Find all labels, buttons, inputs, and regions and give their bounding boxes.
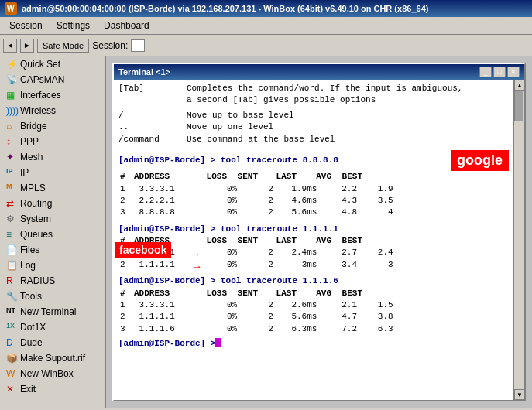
dot1x-icon: 1X — [6, 322, 17, 333]
trace2-prompt: [admin@ISP-Borde] > tool traceroute 1.1.… — [118, 224, 509, 235]
wireless-icon: )))) — [6, 105, 17, 116]
sidebar-item-ip[interactable]: IP IP — [0, 165, 105, 180]
trace3-row1: 1 3.3.3.1 0% 2 2.6ms 2.1 1.5 — [118, 299, 509, 311]
trace3-row3: 3 1.1.1.6 0% 2 6.3ms 7.2 6.3 — [118, 323, 509, 335]
trace1-header: # ADDRESS LOSS SENT LAST AVG BEST — [118, 171, 509, 183]
menu-bar: Session Settings Dashboard — [0, 17, 532, 35]
app-icon: W — [5, 2, 17, 15]
svg-text:W: W — [7, 5, 15, 13]
terminal-close-button[interactable]: ✕ — [507, 67, 520, 77]
sidebar-item-wireless[interactable]: )))) Wireless — [0, 103, 105, 118]
help-tab-line: [Tab] Completes the command/word. If the… — [118, 83, 509, 94]
queues-icon: ≡ — [6, 229, 17, 240]
ppp-icon: ↕ — [6, 136, 17, 147]
trace2-row1: 1 3.3.3.1 0% 2 2.4ms 2.7 2.4 → — [118, 247, 509, 258]
trace1-row2: 2 2.2.2.1 0% 2 4.6ms 4.3 3.5 — [118, 195, 509, 207]
trace1-prompt: [admin@ISP-Borde] > tool traceroute 8.8.… — [118, 150, 509, 171]
sidebar-item-make-supout[interactable]: 📦 Make Supout.rif — [0, 350, 105, 366]
menu-settings[interactable]: Settings — [50, 19, 96, 32]
scroll-track[interactable] — [514, 91, 524, 389]
terminal-window: Terminal <1> _ □ ✕ [Tab] Completes the c… — [112, 63, 526, 401]
sidebar-item-dot1x[interactable]: 1X Dot1X — [0, 319, 105, 335]
sidebar-item-mesh[interactable]: ✦ Mesh — [0, 149, 105, 165]
forward-button[interactable]: ► — [20, 39, 34, 53]
trace3-prompt: [admin@ISP-Borde] > tool traceroute 1.1.… — [118, 275, 509, 287]
new-terminal-icon: NT — [6, 306, 17, 317]
system-icon: ⚙ — [6, 214, 17, 224]
scroll-down-button[interactable]: ▼ — [514, 389, 524, 400]
tools-icon: 🔧 — [6, 291, 17, 302]
final-prompt-line: [admin@ISP-Borde] > — [118, 338, 509, 350]
sidebar-item-exit[interactable]: ✕ Exit — [0, 381, 105, 397]
bridge-icon: ⌂ — [6, 121, 17, 132]
terminal-scrollbar[interactable]: ▲ ▼ — [513, 80, 524, 400]
quickset-icon: ⚡ — [6, 59, 17, 70]
sidebar-item-new-terminal[interactable]: NT New Terminal — [0, 304, 105, 319]
help-dotdot-line: .. Move up one level — [118, 121, 509, 133]
trace1-row3: 3 8.8.8.8 0% 2 5.6ms 4.8 4 — [118, 207, 509, 218]
sidebar-item-log[interactable]: 📋 Log — [0, 258, 105, 273]
session-label: Session: — [92, 40, 128, 51]
scroll-thumb[interactable] — [514, 91, 523, 121]
terminal-controls: _ □ ✕ — [479, 67, 520, 77]
terminal-minimize-button[interactable]: _ — [479, 67, 492, 77]
files-icon: 📄 — [6, 244, 17, 255]
safe-mode-button[interactable]: Safe Mode — [37, 39, 89, 53]
facebook-label: facebook — [115, 242, 171, 259]
sidebar-item-dude[interactable]: D Dude — [0, 335, 105, 350]
sidebar-item-capsman[interactable]: 📡 CAPsMAN — [0, 72, 105, 87]
log-icon: 📋 — [6, 260, 17, 271]
cursor — [215, 338, 221, 347]
new-winbox-icon: W — [6, 368, 17, 379]
sidebar-item-new-winbox[interactable]: W New WinBox — [0, 366, 105, 381]
sidebar-item-interfaces[interactable]: ▦ Interfaces — [0, 87, 105, 103]
trace2-row2-with-label: 2 1.1.1.1 0% 2 3ms 3.4 3 → facebook — [118, 259, 509, 271]
routing-icon: ⇄ — [6, 198, 17, 209]
title-bar: W admin@50:00:00:04:00:00 (ISP-Borde) vi… — [0, 0, 532, 17]
session-input[interactable] — [131, 39, 145, 52]
terminal-maximize-button[interactable]: □ — [493, 67, 506, 77]
content-area: Terminal <1> _ □ ✕ [Tab] Completes the c… — [106, 56, 532, 408]
title-bar-text: admin@50:00:00:04:00:00 (ISP-Borde) via … — [22, 4, 527, 13]
sidebar-item-routing[interactable]: ⇄ Routing — [0, 196, 105, 211]
sidebar-item-system[interactable]: ⚙ System — [0, 211, 105, 227]
back-button[interactable]: ◄ — [3, 39, 17, 53]
sidebar-item-files[interactable]: 📄 Files — [0, 242, 105, 258]
scroll-up-button[interactable]: ▲ — [514, 80, 524, 91]
sidebar-item-tools[interactable]: 🔧 Tools — [0, 289, 105, 304]
help-tab-line2: a second [Tab] gives possible options — [118, 94, 509, 106]
menu-session[interactable]: Session — [3, 19, 49, 32]
radius-icon: R — [6, 275, 17, 286]
trace3-row2: 2 1.1.1.1 0% 2 5.6ms 4.7 3.8 — [118, 311, 509, 323]
sidebar-item-radius[interactable]: R RADIUS — [0, 273, 105, 289]
sidebar-item-ppp[interactable]: ↕ PPP — [0, 134, 105, 149]
terminal-title: Terminal <1> — [118, 67, 170, 77]
trace1-row1: 1 3.3.3.1 0% 2 1.9ms 2.2 1.9 — [118, 183, 509, 195]
sidebar-item-quickset[interactable]: ⚡ Quick Set — [0, 56, 105, 72]
help-slash-line: / Move up to base level — [118, 110, 509, 121]
sidebar-item-queues[interactable]: ≡ Queues — [0, 227, 105, 242]
terminal-titlebar: Terminal <1> _ □ ✕ — [114, 64, 524, 80]
interfaces-icon: ▦ — [6, 90, 17, 101]
mpls-icon: M — [6, 183, 17, 193]
mesh-icon: ✦ — [6, 152, 17, 162]
exit-icon: ✕ — [6, 384, 17, 395]
toolbar: ◄ ► Safe Mode Session: — [0, 35, 532, 56]
ip-icon: IP — [6, 167, 17, 178]
terminal-body[interactable]: [Tab] Completes the command/word. If the… — [114, 80, 513, 400]
capsman-icon: 📡 — [6, 74, 17, 85]
dude-icon: D — [6, 337, 17, 348]
main-layout: ⚡ Quick Set 📡 CAPsMAN ▦ Interfaces )))) … — [0, 56, 532, 408]
trace3-header: # ADDRESS LOSS SENT LAST AVG BEST — [118, 288, 509, 299]
help-command-line: /command Use command at the base level — [118, 134, 509, 145]
sidebar-item-mpls[interactable]: M MPLS — [0, 180, 105, 196]
menu-dashboard[interactable]: Dashboard — [98, 19, 156, 32]
make-supout-icon: 📦 — [6, 353, 17, 364]
trace2-header: # ADDRESS LOSS SENT LAST AVG BEST — [118, 235, 509, 247]
sidebar-item-bridge[interactable]: ⌂ Bridge — [0, 118, 105, 134]
sidebar: ⚡ Quick Set 📡 CAPsMAN ▦ Interfaces )))) … — [0, 56, 106, 408]
